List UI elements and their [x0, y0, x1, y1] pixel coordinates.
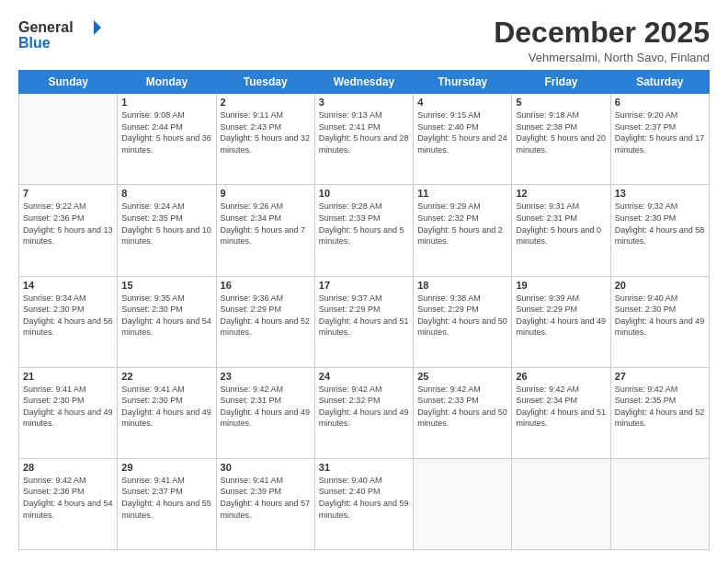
day-number: 7	[23, 188, 113, 199]
location-subtitle: Vehmersalmi, North Savo, Finland	[494, 51, 710, 64]
day-number: 27	[615, 371, 705, 382]
col-thursday: Thursday	[414, 71, 512, 94]
day-info: Sunrise: 9:18 AM Sunset: 2:38 PM Dayligh…	[516, 109, 606, 155]
header: General Blue December 2025 Vehmersalmi, …	[18, 17, 710, 64]
calendar-week-row: 7Sunrise: 9:22 AM Sunset: 2:36 PM Daylig…	[19, 185, 710, 276]
col-monday: Monday	[118, 71, 216, 94]
day-info: Sunrise: 9:38 AM Sunset: 2:29 PM Dayligh…	[417, 293, 507, 339]
calendar-header-row: Sunday Monday Tuesday Wednesday Thursday…	[19, 71, 710, 94]
day-number: 22	[121, 371, 211, 382]
day-info: Sunrise: 9:24 AM Sunset: 2:35 PM Dayligh…	[121, 201, 211, 247]
day-info: Sunrise: 9:40 AM Sunset: 2:30 PM Dayligh…	[615, 293, 705, 339]
logo: General Blue	[18, 17, 101, 52]
table-row: 27Sunrise: 9:42 AM Sunset: 2:35 PM Dayli…	[610, 367, 709, 458]
day-number: 14	[23, 280, 113, 291]
table-row: 3Sunrise: 9:13 AM Sunset: 2:41 PM Daylig…	[314, 94, 413, 185]
col-saturday: Saturday	[610, 71, 709, 94]
table-row: 19Sunrise: 9:39 AM Sunset: 2:29 PM Dayli…	[512, 276, 610, 367]
day-info: Sunrise: 9:42 AM Sunset: 2:31 PM Dayligh…	[221, 384, 311, 430]
day-info: Sunrise: 9:34 AM Sunset: 2:30 PM Dayligh…	[23, 293, 113, 339]
day-info: Sunrise: 9:42 AM Sunset: 2:34 PM Dayligh…	[516, 384, 606, 430]
table-row	[19, 94, 118, 185]
table-row: 7Sunrise: 9:22 AM Sunset: 2:36 PM Daylig…	[19, 185, 118, 276]
day-number: 31	[319, 462, 409, 473]
day-number: 12	[516, 188, 606, 199]
svg-text:General: General	[18, 19, 74, 35]
table-row: 24Sunrise: 9:42 AM Sunset: 2:32 PM Dayli…	[314, 367, 413, 458]
day-number: 21	[23, 371, 113, 382]
table-row: 25Sunrise: 9:42 AM Sunset: 2:33 PM Dayli…	[414, 367, 512, 458]
day-number: 4	[417, 97, 507, 108]
day-info: Sunrise: 9:37 AM Sunset: 2:29 PM Dayligh…	[319, 293, 409, 339]
table-row: 6Sunrise: 9:20 AM Sunset: 2:37 PM Daylig…	[610, 94, 709, 185]
day-info: Sunrise: 9:41 AM Sunset: 2:39 PM Dayligh…	[221, 475, 311, 521]
table-row	[610, 458, 709, 549]
calendar-week-row: 14Sunrise: 9:34 AM Sunset: 2:30 PM Dayli…	[19, 276, 710, 367]
day-number: 10	[319, 188, 409, 199]
table-row: 31Sunrise: 9:40 AM Sunset: 2:40 PM Dayli…	[314, 458, 413, 549]
day-info: Sunrise: 9:42 AM Sunset: 2:35 PM Dayligh…	[615, 384, 705, 430]
table-row: 2Sunrise: 9:11 AM Sunset: 2:43 PM Daylig…	[216, 94, 314, 185]
day-number: 26	[516, 371, 606, 382]
day-number: 24	[319, 371, 409, 382]
table-row: 8Sunrise: 9:24 AM Sunset: 2:35 PM Daylig…	[118, 185, 216, 276]
table-row: 22Sunrise: 9:41 AM Sunset: 2:30 PM Dayli…	[118, 367, 216, 458]
col-sunday: Sunday	[19, 71, 118, 94]
table-row: 10Sunrise: 9:28 AM Sunset: 2:33 PM Dayli…	[314, 185, 413, 276]
day-info: Sunrise: 9:39 AM Sunset: 2:29 PM Dayligh…	[516, 293, 606, 339]
day-info: Sunrise: 9:28 AM Sunset: 2:33 PM Dayligh…	[319, 201, 409, 247]
day-info: Sunrise: 9:42 AM Sunset: 2:33 PM Dayligh…	[417, 384, 507, 430]
table-row: 14Sunrise: 9:34 AM Sunset: 2:30 PM Dayli…	[19, 276, 118, 367]
day-info: Sunrise: 9:15 AM Sunset: 2:40 PM Dayligh…	[417, 109, 507, 155]
table-row: 16Sunrise: 9:36 AM Sunset: 2:29 PM Dayli…	[216, 276, 314, 367]
table-row: 4Sunrise: 9:15 AM Sunset: 2:40 PM Daylig…	[414, 94, 512, 185]
table-row: 28Sunrise: 9:42 AM Sunset: 2:36 PM Dayli…	[19, 458, 118, 549]
day-info: Sunrise: 9:20 AM Sunset: 2:37 PM Dayligh…	[615, 109, 705, 155]
day-number: 5	[516, 97, 606, 108]
day-number: 17	[319, 280, 409, 291]
table-row: 30Sunrise: 9:41 AM Sunset: 2:39 PM Dayli…	[216, 458, 314, 549]
page: General Blue December 2025 Vehmersalmi, …	[0, 0, 728, 563]
day-info: Sunrise: 9:42 AM Sunset: 2:32 PM Dayligh…	[319, 384, 409, 430]
table-row	[512, 458, 610, 549]
day-info: Sunrise: 9:41 AM Sunset: 2:30 PM Dayligh…	[121, 384, 211, 430]
day-number: 18	[417, 280, 507, 291]
day-info: Sunrise: 9:08 AM Sunset: 2:44 PM Dayligh…	[121, 109, 211, 155]
table-row: 20Sunrise: 9:40 AM Sunset: 2:30 PM Dayli…	[610, 276, 709, 367]
day-info: Sunrise: 9:13 AM Sunset: 2:41 PM Dayligh…	[319, 109, 409, 155]
day-number: 6	[615, 97, 705, 108]
logo-svg: General Blue	[18, 17, 101, 52]
day-info: Sunrise: 9:31 AM Sunset: 2:31 PM Dayligh…	[516, 201, 606, 247]
day-number: 8	[121, 188, 211, 199]
col-friday: Friday	[512, 71, 610, 94]
day-number: 29	[121, 462, 211, 473]
day-info: Sunrise: 9:40 AM Sunset: 2:40 PM Dayligh…	[319, 475, 409, 521]
day-number: 11	[417, 188, 507, 199]
table-row: 26Sunrise: 9:42 AM Sunset: 2:34 PM Dayli…	[512, 367, 610, 458]
day-info: Sunrise: 9:26 AM Sunset: 2:34 PM Dayligh…	[221, 201, 311, 247]
day-number: 16	[221, 280, 311, 291]
day-info: Sunrise: 9:41 AM Sunset: 2:37 PM Dayligh…	[121, 475, 211, 521]
day-number: 2	[221, 97, 311, 108]
table-row: 18Sunrise: 9:38 AM Sunset: 2:29 PM Dayli…	[414, 276, 512, 367]
day-info: Sunrise: 9:11 AM Sunset: 2:43 PM Dayligh…	[221, 109, 311, 155]
table-row: 15Sunrise: 9:35 AM Sunset: 2:30 PM Dayli…	[118, 276, 216, 367]
day-number: 3	[319, 97, 409, 108]
calendar-table: Sunday Monday Tuesday Wednesday Thursday…	[18, 70, 710, 550]
table-row: 17Sunrise: 9:37 AM Sunset: 2:29 PM Dayli…	[314, 276, 413, 367]
table-row: 13Sunrise: 9:32 AM Sunset: 2:30 PM Dayli…	[610, 185, 709, 276]
day-number: 13	[615, 188, 705, 199]
table-row: 1Sunrise: 9:08 AM Sunset: 2:44 PM Daylig…	[118, 94, 216, 185]
day-info: Sunrise: 9:42 AM Sunset: 2:36 PM Dayligh…	[23, 475, 113, 521]
day-number: 25	[417, 371, 507, 382]
calendar-week-row: 28Sunrise: 9:42 AM Sunset: 2:36 PM Dayli…	[19, 458, 710, 549]
day-number: 23	[221, 371, 311, 382]
day-number: 19	[516, 280, 606, 291]
table-row: 12Sunrise: 9:31 AM Sunset: 2:31 PM Dayli…	[512, 185, 610, 276]
table-row	[414, 458, 512, 549]
day-info: Sunrise: 9:22 AM Sunset: 2:36 PM Dayligh…	[23, 201, 113, 247]
calendar-week-row: 21Sunrise: 9:41 AM Sunset: 2:30 PM Dayli…	[19, 367, 710, 458]
calendar-week-row: 1Sunrise: 9:08 AM Sunset: 2:44 PM Daylig…	[19, 94, 710, 185]
day-number: 1	[121, 97, 211, 108]
day-number: 15	[121, 280, 211, 291]
